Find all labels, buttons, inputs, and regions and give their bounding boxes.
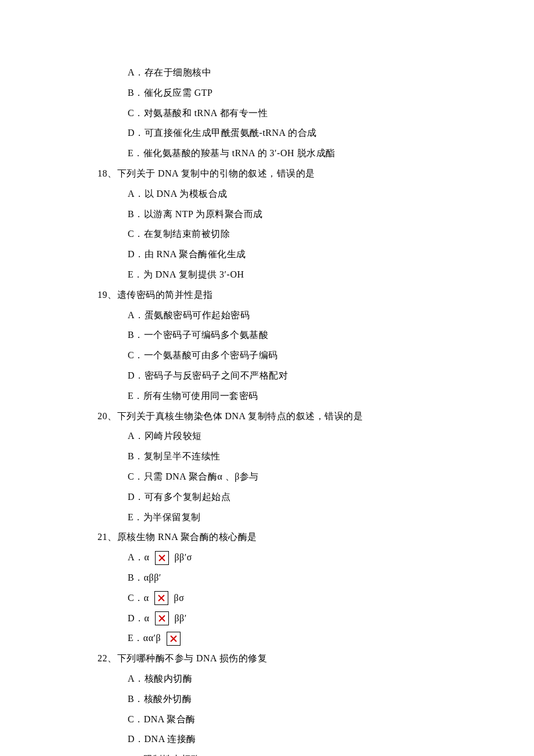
q21-option-d-pre: D．α <box>128 610 152 627</box>
q18-option-d: D．由 RNA 聚合酶催化生成 <box>98 246 482 263</box>
q21-option-a-pre: A．α <box>128 549 152 566</box>
q21-stem: 21、原核生物 RNA 聚合酶的核心酶是 <box>98 529 482 546</box>
q21-option-c-pre: C．α <box>128 590 151 607</box>
q20-option-a: A．冈崎片段较短 <box>98 428 482 445</box>
q20-option-d: D．可有多个复制起始点 <box>98 489 482 506</box>
q22-option-b: B．核酸外切酶 <box>98 691 482 708</box>
q20-stem: 20、下列关于真核生物染色体 DNA 复制特点的叙述，错误的是 <box>98 408 482 425</box>
broken-image-icon <box>154 591 168 605</box>
q21-option-a-post: ββ′σ <box>172 549 192 566</box>
q19-option-b: B．一个密码子可编码多个氨基酸 <box>98 327 482 344</box>
q22-option-a: A．核酸内切酶 <box>98 671 482 687</box>
q18-stem: 18、下列关于 DNA 复制中的引物的叙述，错误的是 <box>98 165 482 182</box>
broken-image-icon <box>167 632 181 646</box>
document-page: A．存在于细胞核中 B．催化反应需 GTP C．对氨基酸和 tRNA 都有专一性… <box>0 0 534 756</box>
q19-option-d: D．密码子与反密码子之间不严格配对 <box>98 368 482 384</box>
q20-option-e: E．为半保留复制 <box>98 509 482 526</box>
q17-option-a: A．存在于细胞核中 <box>98 64 482 81</box>
q17-option-e: E．催化氨基酸的羧基与 tRNA 的 3′-OH 脱水成酯 <box>98 145 482 162</box>
q20-option-b: B．复制呈半不连续性 <box>98 448 482 465</box>
broken-image-icon <box>155 551 169 565</box>
q22-option-c: C．DNA 聚合酶 <box>98 711 482 728</box>
q18-option-a: A．以 DNA 为模板合成 <box>98 186 482 203</box>
q20-option-c: C．只需 DNA 聚合酶α 、β参与 <box>98 469 482 485</box>
q21-option-e-pre: E．αα′β <box>128 630 164 647</box>
q17-option-c: C．对氨基酸和 tRNA 都有专一性 <box>98 105 482 122</box>
q21-option-d-post: ββ′ <box>172 610 187 627</box>
q21-option-c-post: βσ <box>171 590 184 607</box>
q17-option-d: D．可直接催化生成甲酰蛋氨酰-tRNA 的合成 <box>98 125 482 142</box>
broken-image-icon <box>155 611 169 625</box>
q22-option-d: D．DNA 连接酶 <box>98 731 482 748</box>
q21-option-e: E．αα′β <box>98 630 482 647</box>
q19-option-c: C．一个氨基酸可由多个密码子编码 <box>98 347 482 364</box>
q21-option-a: A．α ββ′σ <box>98 549 482 566</box>
q19-option-a: A．蛋氨酸密码可作起始密码 <box>98 307 482 324</box>
q18-option-c: C．在复制结束前被切除 <box>98 226 482 243</box>
q21-option-b: B．αββ′ <box>98 570 482 586</box>
q22-stem: 22、下列哪种酶不参与 DNA 损伤的修复 <box>98 650 482 667</box>
q18-option-e: E．为 DNA 复制提供 3′-OH <box>98 267 482 283</box>
q22-option-e: E．限制性内切酶 <box>98 751 482 756</box>
q18-option-b: B．以游离 NTP 为原料聚合而成 <box>98 206 482 223</box>
q17-option-b: B．催化反应需 GTP <box>98 85 482 102</box>
q21-option-d: D．α ββ′ <box>98 610 482 627</box>
q21-option-c: C．α βσ <box>98 590 482 607</box>
q19-stem: 19、遗传密码的简并性是指 <box>98 287 482 304</box>
q19-option-e: E．所有生物可使用同一套密码 <box>98 388 482 405</box>
